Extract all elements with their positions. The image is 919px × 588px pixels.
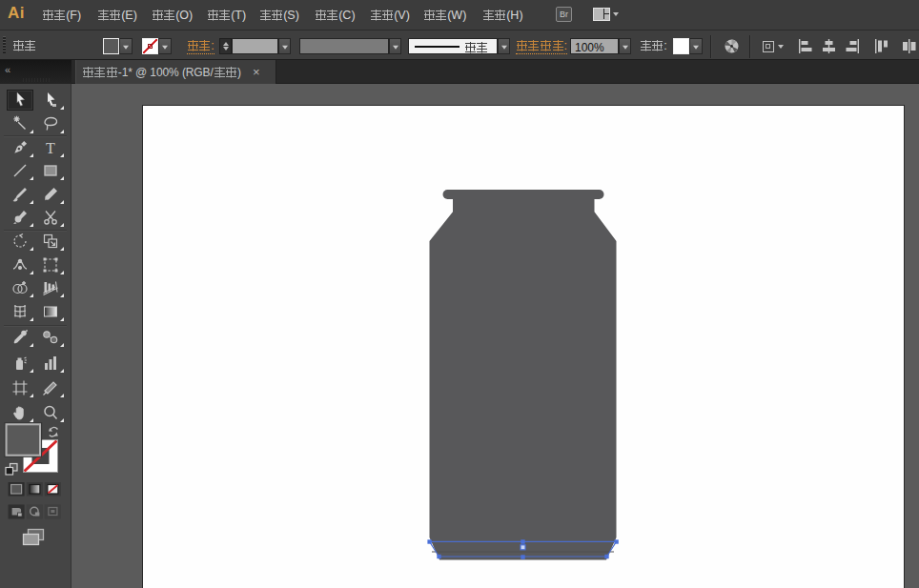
svg-text:T: T xyxy=(46,139,55,155)
